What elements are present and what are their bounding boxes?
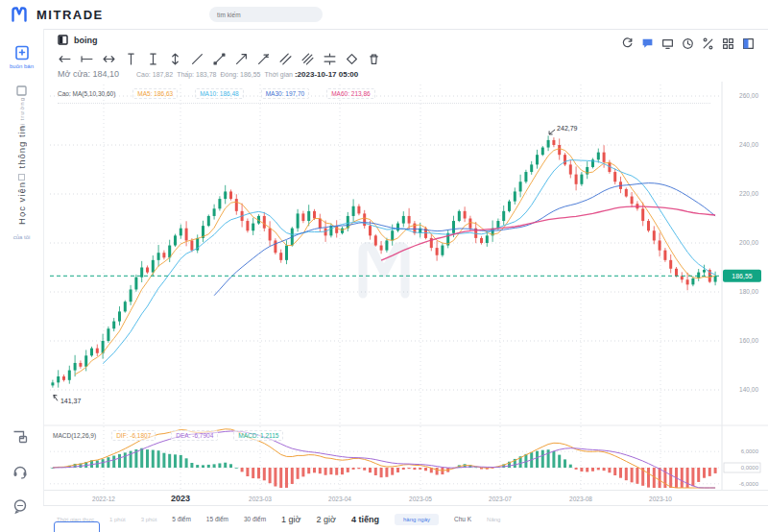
timeframe-item-9[interactable]: hàng ngày	[395, 514, 439, 525]
ma60-value[interactable]: MA60: 213,86	[326, 88, 374, 99]
trend-arrow-icon[interactable]	[234, 52, 248, 65]
trade-plus-icon	[13, 44, 31, 61]
refresh-icon[interactable]	[621, 36, 634, 49]
drawing-toolbar	[58, 52, 380, 65]
macd-dif[interactable]: DIF: -6,1807	[111, 430, 156, 441]
timeframe-item-5[interactable]: 30 điểm	[244, 516, 266, 522]
chat-bubble-icon[interactable]	[12, 497, 31, 517]
screen-icon[interactable]	[661, 36, 674, 49]
annotation-label: 141,37	[60, 398, 82, 404]
ma30-value[interactable]: MA30: 197,70	[261, 88, 309, 99]
sidebar-item-label: buôn bán	[10, 63, 34, 69]
annotation-label: 242,79	[557, 125, 578, 132]
layout-icon[interactable]	[742, 36, 755, 49]
macd-params[interactable]: MACD(12,26,9)	[53, 432, 96, 439]
timeframe-item-4[interactable]: 15 điểm	[206, 516, 228, 522]
ma-indicator-row: Cao: MA(5,10,30,60) MA5: 186,63 MA10: 18…	[58, 88, 710, 104]
search-input[interactable]	[209, 7, 323, 22]
brand[interactable]: MITRADE	[10, 5, 104, 24]
price-axis-label: 140,00	[739, 386, 758, 393]
price-chart[interactable]: 2022-1220232023-032023-042023-052023-072…	[0, 0, 768, 532]
ohlc-low: Thấp: 183,78	[177, 71, 216, 78]
numbered-line-icon[interactable]	[256, 52, 270, 65]
macd-axis-label: 0,0000	[741, 465, 759, 471]
timeframe-item-6[interactable]: 1 giờ	[281, 515, 300, 524]
time-axis-label: 2023	[171, 494, 190, 503]
sidebar-item-academy[interactable]: Học viện	[0, 173, 43, 225]
timeframe-item-10[interactable]: Chu K	[454, 516, 471, 522]
ohlc-close: Đóng: 186,55	[220, 71, 260, 78]
time-axis-label: 2023-04	[328, 496, 351, 502]
time-axis-label: 2023-07	[489, 496, 512, 502]
macd-dea[interactable]: DEA: -6,7904	[171, 430, 218, 441]
ma5-value[interactable]: MA5: 186,63	[132, 88, 178, 99]
comment-icon[interactable]	[641, 36, 654, 49]
sidebar-item-news[interactable]: thông tin	[0, 125, 43, 168]
macd-indicator-row: MACD(12,26,9) DIF: -6,1807 DEA: -6,7904 …	[53, 430, 283, 441]
vline-arrow-icon[interactable]	[168, 52, 181, 65]
percent-icon[interactable]	[702, 36, 714, 49]
left-sidebar: buôn bán thị trường thông tin Học viện c…	[0, 29, 44, 532]
price-axis-label: 160,00	[739, 337, 758, 344]
market-icon	[15, 85, 28, 97]
vline-seg-icon[interactable]	[146, 52, 159, 65]
ohlc-open: Mở cửa: 184,10	[58, 69, 119, 79]
timeframe-item-11[interactable]: Nâng	[487, 517, 500, 522]
time-axis-label: 2023-03	[249, 496, 272, 502]
timeframe-item-3[interactable]: 5 điểm	[172, 516, 191, 522]
academy-icon	[17, 173, 26, 181]
symbol-icon	[58, 35, 68, 45]
ohlc-time: Thời gian :2023-10-17 05:00	[265, 70, 359, 79]
symbol-name: boing	[74, 36, 98, 45]
cast-icon[interactable]	[12, 428, 31, 447]
trash-icon[interactable]	[367, 52, 380, 65]
eraser-icon[interactable]	[345, 52, 358, 65]
time-axis-label: 2023-05	[409, 496, 432, 502]
price-axis-label: 260,00	[739, 92, 758, 99]
hline-extend-icon[interactable]	[80, 52, 93, 65]
hline-arrow-icon[interactable]	[58, 52, 71, 65]
price-axis-label: 220,00	[739, 190, 758, 197]
svg-text:186,55: 186,55	[732, 273, 753, 279]
time-axis-label: 2023-10	[649, 496, 672, 502]
chart-toolbar	[621, 36, 755, 49]
macd-axis-label: -6,0000	[739, 481, 759, 487]
sidebar-item-mine[interactable]: của tôi	[0, 232, 43, 240]
sidebar-item-label: của tôi	[13, 234, 31, 240]
multi-lines-icon[interactable]	[300, 52, 314, 65]
macd-axis-label: 6,0000	[741, 448, 759, 454]
timeframe-item-7[interactable]: 2 giờ	[317, 515, 336, 524]
trend-seg-icon[interactable]	[212, 52, 226, 65]
grid-icon[interactable]	[722, 36, 734, 49]
mitrade-logo-icon	[10, 5, 29, 24]
hband-icon[interactable]	[323, 52, 336, 65]
sidebar-item-trade[interactable]: buôn bán	[0, 44, 43, 69]
hline-both-icon[interactable]	[102, 52, 115, 65]
headset-icon[interactable]	[12, 463, 31, 482]
watermark-logo	[363, 247, 405, 294]
symbol-row: boing	[58, 35, 98, 45]
price-axis-label: 240,00	[739, 141, 758, 148]
ma10-value[interactable]: MA10: 186,48	[195, 88, 243, 99]
sidebar-item-label: thông tin	[16, 125, 27, 168]
clock-icon[interactable]	[682, 36, 694, 49]
trading-app-window: 2022-1220232023-032023-042023-052023-072…	[0, 0, 768, 532]
timeframe-item-2[interactable]: 3 phút	[141, 517, 157, 522]
chat-widget[interactable]	[54, 521, 100, 532]
trend-line-icon[interactable]	[190, 52, 204, 65]
brand-name: MITRADE	[36, 8, 104, 22]
timeframe-item-8[interactable]: 4 tiếng	[351, 515, 379, 524]
time-axis-label: 2022-12	[92, 496, 115, 502]
parallel-lines-icon[interactable]	[278, 52, 292, 65]
time-axis-label: 2023-08	[569, 496, 592, 502]
vline-icon[interactable]	[124, 52, 137, 65]
timeframe-bar: Thời gian thực1 phút3 phút5 điểm15 điểm3…	[43, 505, 768, 532]
sidebar-item-label: Học viện	[16, 181, 27, 225]
price-axis-label: 200,00	[739, 239, 758, 246]
timeframe-item-1[interactable]: 1 phút	[109, 517, 126, 522]
macd-hist[interactable]: MACD: 1,2115	[233, 430, 283, 441]
ohlc-high: Cao: 187,82	[136, 71, 173, 78]
price-axis-label: 180,00	[739, 288, 758, 295]
top-header: MITRADE	[0, 0, 768, 30]
ma-params[interactable]: Cao: MA(5,10,30,60)	[58, 90, 115, 97]
